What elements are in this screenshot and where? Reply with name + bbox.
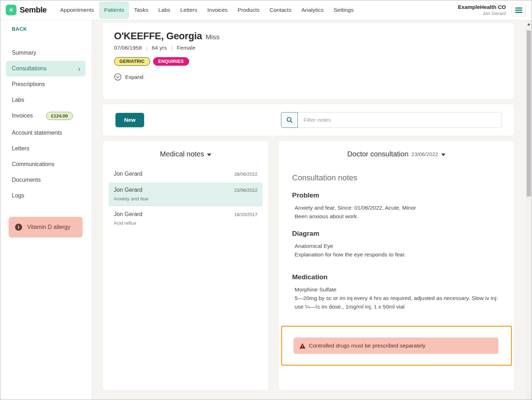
filter-notes-input[interactable]: [298, 112, 502, 128]
patient-age: 64 yrs: [152, 45, 167, 51]
note-rows: Jon Gerard 28/06/2022 Jon Gerard 23/06/2…: [109, 166, 262, 230]
note-date: 23/06/2022: [234, 188, 257, 193]
note-row[interactable]: Jon Gerard 18/10/2017 Acid reflux: [109, 207, 262, 230]
note-subtitle: Anxiety and fear: [114, 196, 257, 201]
scroll-up-arrow[interactable]: [527, 23, 530, 25]
patient-demographics: 07/06/1958 | 64 yrs | Female: [114, 45, 503, 51]
sidebar-item-labs[interactable]: Labs: [0, 92, 92, 108]
hamburger-icon: [515, 8, 522, 9]
section-diagram-heading: Diagram: [292, 230, 503, 238]
note-author: Jon Gerard: [114, 211, 142, 218]
nav-labs[interactable]: Labs: [153, 1, 176, 19]
caret-down-icon: [441, 154, 445, 156]
allergy-alert[interactable]: i Vitamin D allergy: [9, 217, 83, 238]
sidebar-item-invoices[interactable]: Invoices £124.00: [0, 108, 92, 124]
section-medication-body: Morphine Sulfate 5—20mg by sc or im inj …: [292, 285, 503, 311]
navbar-right: ExampleHealth CO Jon Gerard: [458, 4, 526, 16]
consultation-dropdown[interactable]: Doctor consultation 23/06/2022: [279, 150, 514, 158]
note-row-selected[interactable]: Jon Gerard 23/06/2022 Anxiety and fear: [109, 182, 262, 206]
nav-products[interactable]: Products: [233, 1, 265, 19]
org-name: ExampleHealth CO: [458, 4, 506, 10]
expand-label: Expand: [125, 74, 143, 80]
medical-notes-panel: Medical notes Jon Gerard 28/06/2022 Jon …: [103, 141, 268, 390]
sidebar-item-logs[interactable]: Logs: [0, 188, 92, 204]
controlled-drug-warning-box: Controlled drugs must be prescribed sepa…: [281, 326, 512, 366]
patient-sex: Female: [177, 45, 196, 51]
consultation-panel: Doctor consultation 23/06/2022 Consultat…: [279, 141, 514, 390]
sidebar-item-summary[interactable]: Summary: [0, 45, 92, 61]
tag-geriatric: GERIATRIC: [114, 57, 150, 66]
consultation-title: Doctor consultation: [347, 150, 408, 158]
patient-header-card: O'KEEFFE, Georgia Miss 07/06/1958 | 64 y…: [103, 23, 514, 99]
note-subtitle: Acid reflux: [114, 220, 257, 226]
patient-name: O'KEEFFE, Georgia: [114, 31, 202, 42]
sidebar-item-documents[interactable]: Documents: [0, 172, 92, 188]
note-row[interactable]: Jon Gerard 28/06/2022: [109, 166, 262, 182]
sidebar-item-account-statements[interactable]: Account statements: [0, 125, 92, 141]
note-date: 28/06/2022: [234, 171, 257, 177]
notes-toolbar-card: New: [103, 104, 514, 136]
hamburger-menu-button[interactable]: [512, 4, 526, 16]
sidebar-item-letters[interactable]: Letters: [0, 141, 92, 156]
consultation-date: 23/06/2022: [412, 151, 438, 157]
warning-banner: Controlled drugs must be prescribed sepa…: [294, 338, 498, 354]
sidebar-item-label: Invoices: [12, 112, 33, 119]
main-nav: Appointments Patients Tasks Labs Letters…: [55, 0, 359, 20]
top-navbar: ✳ Semble Appointments Patients Tasks Lab…: [0, 0, 532, 20]
tag-enquiries: ENQUIRIES: [153, 57, 189, 66]
consultation-notes: Consultation notes Problem Anxiety and f…: [279, 158, 514, 311]
brand-logo[interactable]: ✳ Semble: [6, 5, 46, 15]
search-icon-button[interactable]: [281, 112, 298, 128]
section-problem-heading: Problem: [292, 191, 503, 199]
filter-notes-group: [281, 112, 502, 128]
invoice-balance-badge: £124.00: [46, 112, 73, 120]
caret-down-icon: [207, 154, 211, 156]
nav-appointments[interactable]: Appointments: [55, 1, 99, 19]
account-info: ExampleHealth CO Jon Gerard: [458, 4, 506, 16]
search-icon: [286, 116, 293, 124]
patient-dob: 07/06/1958: [114, 45, 142, 51]
medical-notes-dropdown[interactable]: Medical notes: [103, 150, 268, 158]
current-user: Jon Gerard: [458, 11, 506, 16]
chevron-right-icon: ›: [78, 65, 80, 72]
nav-invoices[interactable]: Invoices: [202, 1, 233, 19]
nav-contacts[interactable]: Contacts: [265, 1, 296, 19]
section-medication-heading: Medication: [292, 273, 503, 281]
warning-triangle-icon: [299, 343, 306, 349]
medical-notes-title: Medical notes: [160, 150, 204, 158]
problem-line: Anxiety and fear, Since: 01/06/2022, Acu…: [295, 204, 503, 212]
nav-tasks[interactable]: Tasks: [129, 1, 153, 19]
patient-tags: GERIATRIC ENQUIRIES: [114, 57, 503, 66]
nav-analytics[interactable]: Analytics: [296, 1, 329, 19]
problem-line: Been anxious about work.: [295, 212, 503, 221]
scrollbar-thumb[interactable]: [527, 30, 531, 196]
diagram-line: Anatomical Eye: [295, 242, 503, 250]
section-problem-body: Anxiety and fear, Since: 01/06/2022, Acu…: [292, 204, 503, 221]
patient-sidebar: BACK Summary Consultations › Prescriptio…: [0, 20, 92, 400]
sidebar-item-consultations[interactable]: Consultations ›: [6, 61, 85, 76]
separator: |: [171, 45, 173, 51]
medication-name: Morphine Sulfate: [295, 285, 503, 294]
nav-patients[interactable]: Patients: [99, 1, 129, 19]
new-note-button[interactable]: New: [115, 113, 144, 127]
semble-logo-icon: ✳: [6, 5, 16, 15]
diagram-line: Explanation for how the eye responds to …: [295, 250, 503, 259]
expand-toggle[interactable]: Expand: [114, 73, 153, 81]
back-link[interactable]: BACK: [12, 26, 92, 32]
sidebar-item-communications[interactable]: Communications: [0, 156, 92, 172]
nav-settings[interactable]: Settings: [329, 1, 359, 19]
separator: |: [146, 45, 148, 51]
nav-letters[interactable]: Letters: [175, 1, 202, 19]
medication-dosage: 5—20mg by sc or im inj every 4 hrs as re…: [295, 294, 503, 311]
sidebar-item-label: Consultations: [12, 65, 46, 72]
vertical-scrollbar: [526, 20, 532, 400]
patient-record-nav: Summary Consultations › Prescriptions La…: [0, 45, 92, 204]
note-date: 18/10/2017: [234, 212, 257, 217]
info-icon: i: [15, 224, 22, 231]
allergy-alert-label: Vitamin D allergy: [27, 224, 70, 230]
consultation-notes-heading: Consultation notes: [292, 173, 503, 182]
note-author: Jon Gerard: [114, 187, 142, 193]
section-diagram-body: Anatomical Eye Explanation for how the e…: [292, 242, 503, 259]
warning-text: Controlled drugs must be prescribed sepa…: [309, 342, 425, 349]
sidebar-item-prescriptions[interactable]: Prescriptions: [0, 76, 92, 92]
